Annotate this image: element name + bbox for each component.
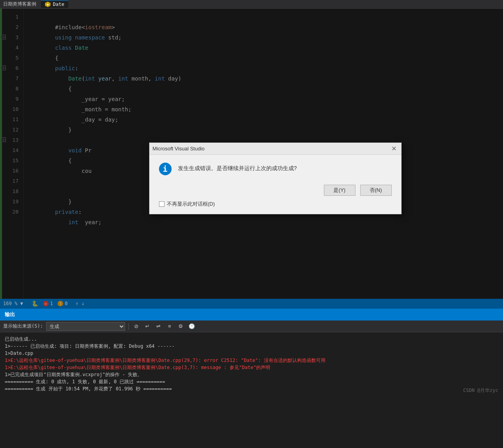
title-bar: 日期类博客案例 ◆ Date bbox=[0, 0, 503, 9]
output-line-6: 1>已完成生成项目"日期类博客案例.vcxproj"的操作 - 失败。 bbox=[5, 371, 498, 378]
tab-name: Date bbox=[53, 2, 64, 7]
editor-tab[interactable]: ◆ Date bbox=[41, 0, 68, 8]
output-line-5: 1>E:\远程仓库\gitee-of-yuehua\日期类博客案例\日期类博客案… bbox=[5, 364, 498, 371]
modal-dialog: Microsoft Visual Studio ✕ i 发生生成错误。是否继续并… bbox=[149, 142, 402, 214]
modal-titlebar: Microsoft Visual Studio ✕ bbox=[150, 143, 401, 155]
modal-message-row: i 发生生成错误。是否继续并运行上次的成功生成? bbox=[159, 163, 392, 175]
separator-1 bbox=[128, 323, 129, 330]
wrap-button[interactable]: ↵ bbox=[143, 322, 152, 331]
modal-title: Microsoft Visual Studio bbox=[153, 146, 205, 152]
clock-button[interactable]: 🕐 bbox=[187, 322, 196, 331]
yes-button[interactable]: 是(Y) bbox=[324, 185, 355, 196]
modal-checkbox-row: 不再显示此对话框(D) bbox=[159, 201, 392, 208]
clear-button[interactable]: ⊘ bbox=[132, 322, 141, 331]
watermark: CSDN @月华zyc bbox=[463, 387, 498, 394]
no-show-checkbox[interactable] bbox=[159, 201, 165, 207]
modal-overlay: Microsoft Visual Studio ✕ i 发生生成错误。是否继续并… bbox=[0, 9, 503, 309]
no-button[interactable]: 否(N) bbox=[360, 185, 392, 196]
output-line-7: ========== 生成: 0 成功, 1 失败, 0 最新, 0 已跳过 =… bbox=[5, 378, 498, 385]
settings-icon: ⚙ bbox=[178, 323, 183, 329]
output-content: 已启动生成... 1>------ 已启动生成: 项目: 日期类博客案例, 配置… bbox=[0, 332, 503, 396]
output-line-3: 1>Date.cpp bbox=[5, 350, 498, 357]
editor-area: 1 2 − 3 4 5 − 6 7 8 9 10 11 12 − 13 14 1… bbox=[0, 9, 503, 309]
source-select[interactable]: 生成 bbox=[46, 322, 125, 331]
clear-icon: ⊘ bbox=[134, 323, 138, 329]
modal-buttons: 是(Y) 否(N) bbox=[159, 185, 392, 196]
filter-button[interactable]: ≡ bbox=[165, 322, 174, 331]
source-label: 显示输出来源(S): bbox=[3, 323, 43, 330]
output-header: 输出 bbox=[0, 309, 503, 321]
filter-icon: ≡ bbox=[168, 323, 171, 329]
clock-icon: 🕐 bbox=[189, 323, 195, 329]
output-line-4: 1>E:\远程仓库\gitee-of-yuehua\日期类博客案例\日期类博客案… bbox=[5, 357, 498, 364]
settings-button[interactable]: ⚙ bbox=[176, 322, 185, 331]
output-line-2: 1>------ 已启动生成: 项目: 日期类博客案例, 配置: Debug x… bbox=[5, 343, 498, 350]
output-toolbar: 显示输出来源(S): 生成 ⊘ ↵ ⇌ ≡ ⚙ 🕐 bbox=[0, 321, 503, 332]
info-icon: i bbox=[159, 163, 172, 175]
tab-icon: ◆ bbox=[45, 2, 50, 7]
file-title: 日期类博客案例 bbox=[3, 1, 36, 7]
output-panel: 输出 显示输出来源(S): 生成 ⊘ ↵ ⇌ ≡ ⚙ 🕐 已启动生成... 1>… bbox=[0, 309, 503, 396]
no-show-label: 不再显示此对话框(D) bbox=[167, 201, 215, 208]
modal-close-button[interactable]: ✕ bbox=[390, 145, 398, 153]
modal-message: 发生生成错误。是否继续并运行上次的成功生成? bbox=[178, 163, 297, 172]
wrap-icon: ↵ bbox=[145, 323, 150, 329]
output-line-8: ========== 生成 开始于 10:54 PM, 并花费了 01.996 … bbox=[5, 385, 498, 392]
wrap2-button[interactable]: ⇌ bbox=[154, 322, 163, 331]
modal-body: i 发生生成错误。是否继续并运行上次的成功生成? 是(Y) 否(N) 不再显示此… bbox=[150, 155, 401, 214]
output-line-1: 已启动生成... bbox=[5, 336, 498, 343]
wrap2-icon: ⇌ bbox=[156, 323, 161, 329]
